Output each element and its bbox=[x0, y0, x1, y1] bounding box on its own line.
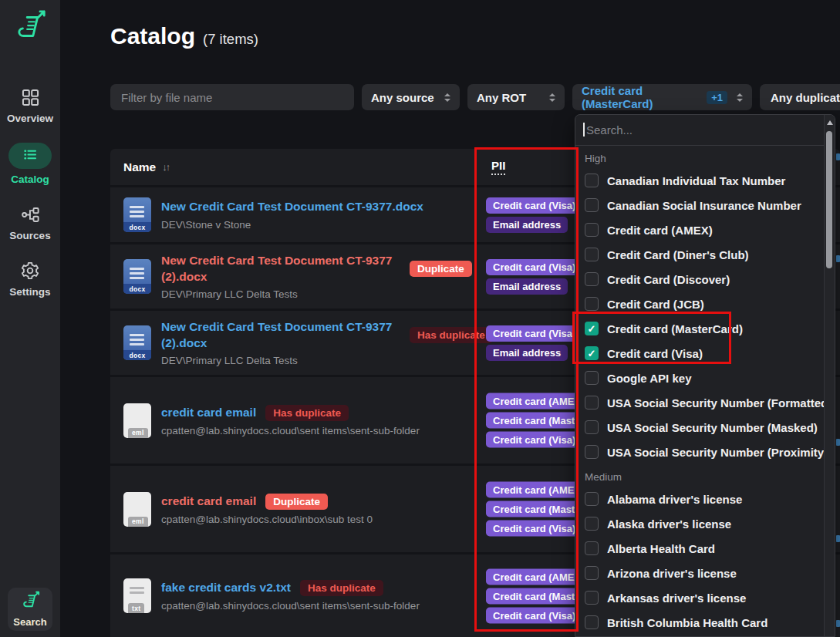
checkbox[interactable] bbox=[585, 174, 599, 187]
shinydocs-logo-icon bbox=[12, 9, 48, 48]
app-logo[interactable] bbox=[11, 9, 49, 48]
checkbox[interactable] bbox=[585, 272, 599, 286]
list-icon bbox=[22, 147, 39, 166]
column-header-name[interactable]: Name ↓↑ bbox=[123, 160, 169, 174]
checkbox[interactable] bbox=[585, 322, 599, 335]
file-name-filter-input[interactable] bbox=[110, 84, 354, 110]
checkbox[interactable] bbox=[585, 591, 599, 605]
file-ext-label: eml bbox=[128, 517, 148, 527]
dropdown-option[interactable]: Credit card (AMEX) bbox=[575, 217, 825, 242]
checkbox[interactable] bbox=[585, 420, 599, 434]
checkbox[interactable] bbox=[585, 346, 599, 360]
dropdown-search-input[interactable] bbox=[575, 115, 815, 145]
sort-icon[interactable]: ↓↑ bbox=[162, 161, 169, 173]
chevron-updown-icon bbox=[737, 93, 743, 102]
dropdown-option[interactable]: British Columbia Health Card bbox=[575, 610, 825, 635]
checkbox[interactable] bbox=[585, 517, 599, 531]
dropdown-option-mastercard[interactable]: Credit card (MasterCard) bbox=[575, 316, 825, 341]
dropdown-option[interactable]: Canadian Individual Tax Number bbox=[575, 168, 825, 193]
option-label: Alaska driver's license bbox=[607, 517, 731, 531]
sidebar-item-overview[interactable]: Overview bbox=[0, 86, 60, 124]
file-name-link[interactable]: fake credit cards v2.txt bbox=[161, 580, 291, 596]
checkbox[interactable] bbox=[585, 297, 599, 311]
scrollbar-thumb[interactable] bbox=[826, 131, 832, 268]
page-title-text: Catalog bbox=[110, 23, 195, 49]
source-filter-value: Any source bbox=[371, 91, 434, 104]
dropdown-option[interactable]: Canadian Social Insurance Number bbox=[575, 193, 825, 217]
duplicate-filter-value: Any duplicate bbox=[771, 91, 840, 104]
checkbox[interactable] bbox=[585, 541, 599, 555]
dropdown-option-visa[interactable]: Credit card (Visa) bbox=[575, 341, 825, 366]
dropdown-option[interactable]: USA Social Security Number (Masked) bbox=[575, 415, 825, 440]
dropdown-option[interactable]: Alabama driver's license bbox=[575, 487, 825, 511]
pii-filter-select[interactable]: Credit card (MasterCard) +1 bbox=[572, 84, 752, 110]
clipped-glyph bbox=[836, 620, 840, 627]
dropdown-option[interactable]: USA Social Security Number (Proximity) bbox=[575, 440, 825, 464]
file-path: DEV\Primary LLC Delta Tests bbox=[161, 355, 493, 366]
sidebar-nav: Overview Catalog bbox=[0, 86, 60, 298]
dropdown-search-row bbox=[575, 115, 835, 146]
checkbox[interactable] bbox=[585, 566, 599, 580]
sidebar-item-sources[interactable]: Sources bbox=[0, 204, 60, 241]
source-filter-select[interactable]: Any source bbox=[362, 84, 460, 110]
scroll-up-arrow-icon[interactable] bbox=[827, 120, 833, 125]
file-ext-label: docx bbox=[123, 222, 151, 232]
file-icon: docx bbox=[123, 325, 151, 360]
pii-badge: Email address bbox=[486, 278, 568, 295]
pii-badge: Credit card (Visa) bbox=[486, 259, 582, 275]
dropdown-option[interactable]: Credit Card (Diner's Club) bbox=[575, 242, 825, 267]
sidebar-item-catalog[interactable]: Catalog bbox=[0, 143, 60, 185]
file-name-link[interactable]: credit card email bbox=[161, 494, 256, 510]
checkbox[interactable] bbox=[585, 248, 599, 261]
checkbox[interactable] bbox=[585, 396, 599, 410]
row-content: New Credit Card Test Document CT-9377.do… bbox=[161, 199, 423, 231]
text-cursor bbox=[583, 123, 585, 136]
name-header-label: Name bbox=[123, 160, 156, 174]
pii-filter-content: Credit card (MasterCard) +1 bbox=[582, 84, 727, 110]
sidebar-item-label: Settings bbox=[9, 286, 50, 298]
dropdown-option[interactable]: Arkansas driver's license bbox=[575, 585, 825, 610]
sidebar-item-label: Sources bbox=[9, 230, 50, 241]
file-icon: eml bbox=[123, 492, 151, 527]
column-header-pii[interactable]: PII bbox=[491, 159, 505, 175]
checkbox[interactable] bbox=[585, 445, 599, 459]
dropdown-scrollbar[interactable] bbox=[824, 115, 835, 636]
dropdown-option[interactable]: Alaska driver's license bbox=[575, 511, 825, 536]
checkbox[interactable] bbox=[585, 198, 599, 212]
search-label: Search bbox=[13, 616, 46, 628]
duplicate-filter-select[interactable]: Any duplicate bbox=[760, 84, 840, 110]
dropdown-option[interactable]: Alberta Health Card bbox=[575, 536, 825, 561]
pii-badge: Credit card (Visa) bbox=[486, 325, 582, 342]
file-name-link[interactable]: New Credit Card Test Document CT-9377 (2… bbox=[161, 319, 400, 352]
file-name-link[interactable]: New Credit Card Test Document CT-9377 (2… bbox=[161, 253, 400, 285]
dropdown-option[interactable]: USA Social Security Number (Formatted) bbox=[575, 390, 825, 415]
file-icon: eml bbox=[123, 403, 151, 438]
checkbox[interactable] bbox=[585, 371, 599, 385]
file-path: DEV\Primary LLC Delta Tests bbox=[161, 288, 472, 300]
dropdown-option[interactable]: Google API key bbox=[575, 366, 825, 390]
file-name-link[interactable]: credit card email bbox=[161, 405, 256, 421]
option-label: Credit Card (Diner's Club) bbox=[607, 248, 749, 261]
dropdown-option[interactable]: Credit Card (Discover) bbox=[575, 267, 825, 292]
checkbox[interactable] bbox=[585, 492, 599, 506]
pii-badges: Credit card (Visa) Email address bbox=[486, 197, 582, 233]
pii-badges: Credit card (Visa) Email address bbox=[486, 325, 582, 361]
dropdown-option[interactable]: Credit Card (JCB) bbox=[575, 292, 825, 316]
page-title: Catalog (7 items) bbox=[110, 23, 258, 49]
clipped-glyph bbox=[836, 153, 840, 160]
option-label: Canadian Individual Tax Number bbox=[607, 174, 785, 187]
checkbox[interactable] bbox=[585, 615, 599, 629]
rot-filter-select[interactable]: Any ROT bbox=[467, 84, 565, 110]
sources-graph-icon bbox=[20, 204, 41, 225]
sidebar-item-settings[interactable]: Settings bbox=[0, 260, 60, 298]
checkbox[interactable] bbox=[585, 223, 599, 237]
dropdown-option[interactable]: Arizona driver's license bbox=[575, 561, 825, 585]
duplicate-badge: Has duplicate bbox=[300, 580, 383, 596]
row-content: credit card email Has duplicate cpatten@… bbox=[161, 405, 420, 436]
row-content: New Credit Card Test Document CT-9377 (2… bbox=[161, 253, 472, 301]
file-name-link[interactable]: New Credit Card Test Document CT-9377.do… bbox=[161, 199, 423, 215]
grid-icon bbox=[20, 86, 41, 108]
option-label: Credit card (MasterCard) bbox=[607, 322, 743, 335]
sidebar-item-search[interactable]: Search bbox=[8, 588, 52, 631]
file-path: cpatten@lab.shinydocs.cloud\sent items\s… bbox=[161, 600, 420, 612]
